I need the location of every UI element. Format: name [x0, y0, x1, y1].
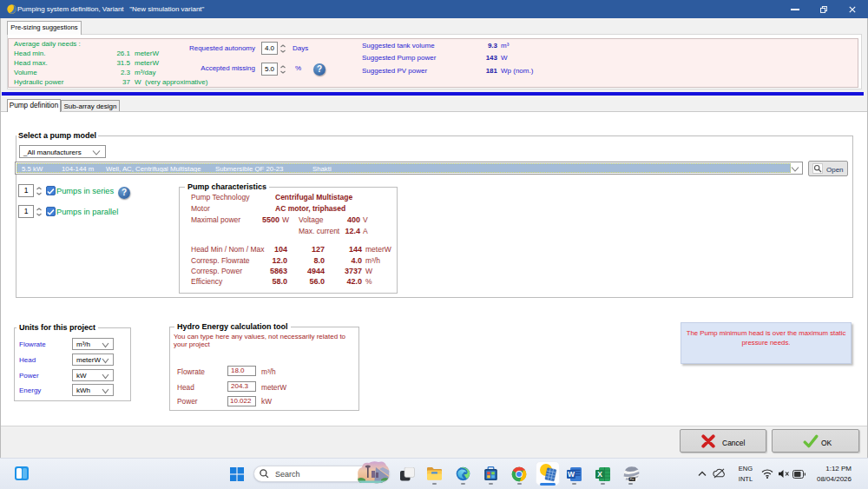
svg-text:X: X [597, 470, 602, 479]
svg-text:Pro: Pro [630, 478, 635, 481]
svg-text:W: W [568, 470, 575, 479]
